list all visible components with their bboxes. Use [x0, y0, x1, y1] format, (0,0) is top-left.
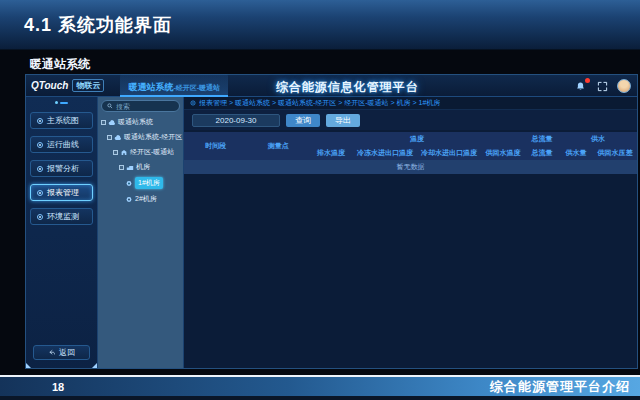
device-icon — [125, 180, 133, 187]
tree-node-system[interactable]: 暖通站系统 — [101, 117, 180, 127]
column-header-supply-return-temp: 供回水温度 — [481, 145, 525, 160]
tab-hvac-station[interactable]: 暖通站系统-经开区-暖通站 — [120, 74, 228, 97]
sidebar-item-label: 环境监测 — [47, 211, 79, 222]
location-icon — [190, 100, 196, 106]
slide-title-bar: 4.1 系统功能界面 — [0, 0, 640, 50]
date-picker[interactable]: 2020-09-30 — [192, 114, 280, 127]
tree-node-system-area[interactable]: 暖通站系统-经开区 — [101, 132, 180, 142]
column-header-point: 测量点 — [247, 132, 309, 160]
back-button-label: 返回 — [59, 347, 75, 358]
group-header-temperature: 温度 — [309, 132, 525, 145]
column-header-supply-volume: 供水量 — [559, 145, 593, 160]
tree-node-label: 暖通站系统-经开区 — [124, 132, 182, 142]
notification-bell-icon[interactable] — [575, 80, 588, 93]
report-toolbar: 2020-09-30 查询 导出 — [184, 110, 637, 130]
sidebar-item-run-curves[interactable]: 运行曲线 — [30, 136, 93, 153]
sidebar-item-main-diagram[interactable]: 主系统图 — [30, 112, 93, 129]
column-header-total-flow: 总流量 — [525, 145, 559, 160]
device-icon — [125, 196, 133, 203]
fullscreen-icon[interactable] — [597, 81, 608, 92]
back-button[interactable]: 返回 — [33, 345, 90, 360]
menu-bullet-icon — [37, 166, 43, 172]
sidebar-item-label: 运行曲线 — [47, 139, 79, 150]
report-table: 时间段 测量点 温度 排水温度 冷冻水进出口温度 冷却水进出口温度 供回水温度 — [184, 132, 637, 174]
user-avatar[interactable] — [617, 79, 631, 93]
table-empty-state: 暂无数据 — [184, 160, 637, 174]
column-header-chilled-water-temp: 冷冻水进出口温度 — [353, 145, 417, 160]
device-tree: 暖通站系统 暖通站系统-经开区 经开区-暖通站 — [101, 117, 180, 204]
column-header-drain-temp: 排水温度 — [309, 145, 353, 160]
sidebar-item-label: 报警分析 — [47, 163, 79, 174]
table-header: 时间段 测量点 温度 排水温度 冷冻水进出口温度 冷却水进出口温度 供回水温度 — [184, 132, 637, 160]
tree-node-room-2[interactable]: 2#机房 — [101, 194, 180, 204]
page-title: 4.1 系统功能界面 — [24, 13, 172, 37]
sidebar-item-environment-monitoring[interactable]: 环境监测 — [30, 208, 93, 225]
tree-node-room-1[interactable]: 1#机房 — [101, 177, 180, 189]
app-header: QTouch 物联云 暖通站系统-经开区-暖通站 综合能源信息化管理平台 — [26, 75, 637, 97]
logo-brand: QTouch — [31, 80, 68, 91]
app-logo: QTouch 物联云 — [31, 79, 104, 92]
tab-label-main: 暖通站系统 — [128, 82, 173, 92]
header-actions — [575, 75, 631, 97]
column-group-temperature: 温度 排水温度 冷冻水进出口温度 冷却水进出口温度 供回水温度 — [309, 132, 525, 160]
checkbox-icon[interactable] — [119, 165, 124, 170]
sidebar-item-report-management[interactable]: 报表管理 — [30, 184, 93, 201]
tree-node-machine-room[interactable]: 机房 — [101, 162, 180, 172]
notification-badge — [585, 78, 590, 83]
back-arrow-icon — [48, 349, 56, 357]
tab-label-sub: -经开区-暖通站 — [173, 84, 220, 91]
sidebar-item-alarm-analysis[interactable]: 报警分析 — [30, 160, 93, 177]
room-icon — [126, 164, 134, 171]
tree-search — [101, 100, 180, 112]
checkbox-icon[interactable] — [107, 135, 112, 140]
sidebar-ornament-icon — [26, 97, 97, 108]
menu-bullet-icon — [37, 190, 43, 196]
app-window: QTouch 物联云 暖通站系统-经开区-暖通站 综合能源信息化管理平台 — [25, 74, 638, 369]
app-body: 主系统图 运行曲线 报警分析 报表管理 环境监测 — [26, 97, 637, 368]
tree-node-station[interactable]: 经开区-暖通站 — [101, 147, 180, 157]
tree-node-label: 机房 — [136, 162, 150, 172]
menu-bullet-icon — [37, 142, 43, 148]
checkbox-icon[interactable] — [113, 150, 118, 155]
search-icon — [107, 103, 113, 109]
breadcrumb-text: 报表管理 > 暖通站系统 > 暖通站系统-经开区 > 经开区-暖通站 > 机房 … — [199, 98, 440, 108]
device-tree-panel: 暖通站系统 暖通站系统-经开区 经开区-暖通站 — [98, 97, 184, 368]
sidebar-item-label: 报表管理 — [47, 187, 79, 198]
column-header-pressure-diff: 供回水压差 — [593, 145, 637, 160]
logo-suffix: 物联云 — [72, 79, 104, 92]
tree-node-label: 2#机房 — [135, 194, 157, 204]
platform-title: 综合能源信息化管理平台 — [276, 79, 419, 96]
slide: 4.1 系统功能界面 暖通站系统 QTouch 物联云 暖通站系统-经开区-暖通… — [0, 0, 640, 400]
group-header-total-flow: 总流量 — [525, 132, 559, 145]
screenshot-caption: 暖通站系统 — [30, 56, 90, 73]
cloud-icon — [108, 119, 116, 126]
menu-bullet-icon — [37, 118, 43, 124]
cloud-icon — [114, 134, 122, 141]
export-button[interactable]: 导出 — [326, 114, 360, 127]
group-header-supply-water: 供水 — [559, 132, 637, 145]
checkbox-icon[interactable] — [101, 120, 106, 125]
page-number: 18 — [52, 381, 64, 393]
tree-node-label: 暖通站系统 — [118, 117, 153, 127]
tree-node-label: 经开区-暖通站 — [130, 147, 174, 157]
tree-search-input[interactable] — [116, 103, 174, 110]
breadcrumb[interactable]: 报表管理 > 暖通站系统 > 暖通站系统-经开区 > 经开区-暖通站 > 机房 … — [184, 97, 637, 110]
slide-footer-bar: 18 综合能源管理平台介绍 — [0, 375, 640, 396]
footer-title: 综合能源管理平台介绍 — [490, 378, 630, 396]
station-icon — [120, 149, 128, 156]
column-header-time: 时间段 — [184, 132, 247, 160]
main-content: 报表管理 > 暖通站系统 > 暖通站系统-经开区 > 经开区-暖通站 > 机房 … — [184, 97, 637, 368]
column-header-cooling-water-temp: 冷却水进出口温度 — [417, 145, 481, 160]
sidebar-item-label: 主系统图 — [47, 115, 79, 126]
column-group-total-flow: 总流量 总流量 — [525, 132, 559, 160]
footer-underline — [0, 396, 640, 400]
nav-sidebar: 主系统图 运行曲线 报警分析 报表管理 环境监测 — [26, 97, 98, 368]
frame-corner-decor — [26, 363, 31, 368]
menu-bullet-icon — [37, 214, 43, 220]
tree-node-label: 1#机房 — [135, 177, 163, 189]
query-button[interactable]: 查询 — [286, 114, 320, 127]
column-group-supply-water: 供水 供水量 供回水压差 — [559, 132, 637, 160]
frame-corner-decor — [92, 363, 97, 368]
